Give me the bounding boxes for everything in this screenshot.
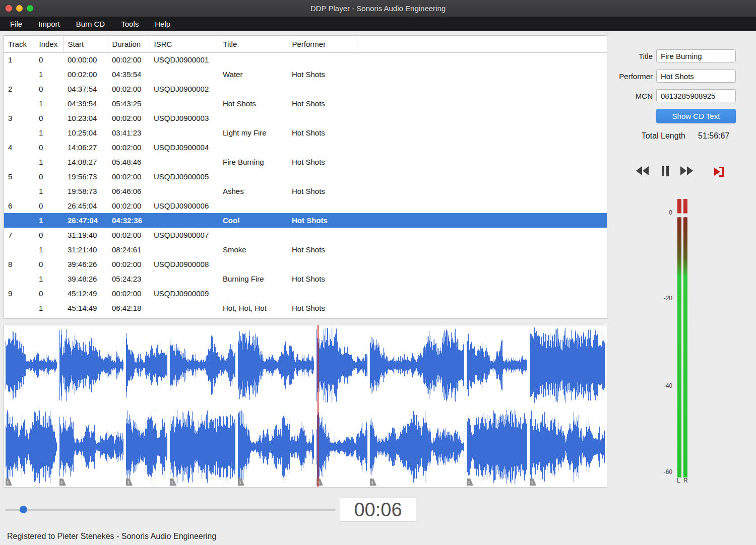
menu-item-file[interactable]: File: [2, 17, 30, 31]
rewind-button[interactable]: [635, 165, 650, 178]
menu-item-import[interactable]: Import: [30, 17, 68, 31]
table-row[interactable]: 119:58:7306:46:06AshesHot Shots: [4, 184, 607, 198]
time-display: 00:06: [340, 498, 416, 522]
table-row[interactable]: 2004:37:5400:02:00USQDJ0900002: [4, 82, 607, 96]
zoom-button[interactable]: [27, 5, 33, 12]
pause-button[interactable]: [658, 165, 673, 178]
cell-isrc: [150, 301, 219, 315]
column-header-title[interactable]: Title: [219, 36, 288, 52]
close-button[interactable]: [6, 5, 12, 12]
cell-isrc: [150, 242, 219, 257]
cell-track: [4, 96, 35, 111]
cell-start: 10:23:04: [64, 111, 108, 125]
table-row[interactable]: 126:47:0404:32:36CoolHot Shots: [4, 213, 607, 228]
fast-forward-icon: [679, 165, 695, 177]
table-row[interactable]: 131:21:4008:24:61SmokeHot Shots: [4, 242, 607, 257]
table-row[interactable]: 3010:23:0400:02:00USQDJ0900003: [4, 111, 607, 125]
menu-item-burn-cd[interactable]: Burn CD: [68, 17, 113, 31]
cell-track: [4, 184, 35, 198]
column-header-performer[interactable]: Performer: [288, 36, 357, 52]
cell-track: 7: [4, 228, 35, 242]
cell-index: 1: [35, 67, 64, 82]
cell-performer: Hot Shots: [288, 213, 357, 228]
cell-start: 39:48:26: [64, 271, 108, 286]
cell-index: 1: [35, 301, 64, 315]
table-row[interactable]: 9045:12:4900:02:00USQDJ0900009: [4, 286, 607, 301]
waveform-display[interactable]: 111111111: [4, 325, 607, 488]
mcn-input[interactable]: [656, 89, 736, 102]
level-meter-right: [683, 199, 687, 478]
column-header-duration[interactable]: Duration: [108, 36, 150, 52]
minimize-button[interactable]: [16, 5, 23, 12]
cell-isrc: USQDJ0900005: [150, 169, 219, 184]
seek-slider-thumb[interactable]: [20, 506, 27, 513]
table-row[interactable]: 100:02:0004:35:54WaterHot Shots: [4, 67, 607, 82]
table-row[interactable]: 7031:19:4000:02:00USQDJ0900007: [4, 228, 607, 242]
total-length-label: Total Length: [610, 131, 685, 141]
column-header-track[interactable]: Track: [4, 36, 35, 52]
title-input[interactable]: [656, 49, 736, 62]
seek-slider[interactable]: [5, 505, 336, 514]
meter-tick-40: -40: [652, 382, 672, 389]
table-row[interactable]: 8039:46:2600:02:00USQDJ0900008: [4, 257, 607, 271]
cell-index: 0: [35, 140, 64, 155]
table-row[interactable]: 145:14:4906:42:18Hot, Hot, HotHot Shots: [4, 301, 607, 315]
table-row[interactable]: 5019:56:7300:02:00USQDJ0900005: [4, 169, 607, 184]
cell-title: [219, 111, 288, 125]
table-row[interactable]: 139:48:2605:24:23Burning FireHot Shots: [4, 271, 607, 286]
cell-index: 1: [35, 184, 64, 198]
cell-index: 1: [35, 155, 64, 169]
cell-filler: [357, 184, 607, 198]
menu-item-help[interactable]: Help: [147, 17, 178, 31]
column-header-index[interactable]: Index: [35, 36, 64, 52]
cell-filler: [357, 155, 607, 169]
cell-performer: [288, 111, 357, 125]
cell-performer: [288, 52, 357, 67]
cell-filler: [357, 82, 607, 96]
cell-title: Fire Burning: [219, 155, 288, 169]
cell-filler: [357, 301, 607, 315]
playhead-cursor[interactable]: [318, 325, 319, 487]
cell-title: Cool: [219, 213, 288, 228]
cell-performer: Hot Shots: [288, 184, 357, 198]
total-length-value: 51:56:67: [698, 131, 729, 141]
table-row[interactable]: 114:08:2705:48:46Fire BurningHot Shots: [4, 155, 607, 169]
play-to-end-button[interactable]: [713, 165, 728, 178]
cell-title: Smoke: [219, 242, 288, 257]
column-header-isrc[interactable]: ISRC: [150, 36, 219, 52]
show-cd-text-button[interactable]: Show CD Text: [656, 109, 736, 123]
performer-input[interactable]: [656, 70, 736, 83]
table-row[interactable]: 6026:45:0400:02:00USQDJ0900006: [4, 198, 607, 213]
table-row[interactable]: 104:39:5405:43:25Hot ShotsHot Shots: [4, 96, 607, 111]
cell-performer: Hot Shots: [288, 125, 357, 140]
seek-slider-track[interactable]: [5, 509, 336, 511]
cell-title: [219, 169, 288, 184]
menu-item-tools[interactable]: Tools: [113, 17, 147, 31]
cell-index: 1: [35, 271, 64, 286]
table-row[interactable]: 110:25:0403:41:23Light my FireHot Shots: [4, 125, 607, 140]
cell-track: 2: [4, 82, 35, 96]
cell-track: [4, 242, 35, 257]
table-row[interactable]: 1000:00:0000:02:00USQDJ0900001: [4, 52, 607, 67]
cell-track: [4, 213, 35, 228]
cell-isrc: USQDJ0900007: [150, 228, 219, 242]
cell-duration: 00:02:00: [108, 111, 150, 125]
meter-tick-60: -60: [652, 468, 672, 475]
waveform-canvas[interactable]: [4, 325, 607, 487]
cell-title: [219, 228, 288, 242]
column-header-start[interactable]: Start: [64, 36, 108, 52]
titlebar: DDP Player - Sonoris Audio Engineering: [0, 0, 756, 17]
cell-duration: 06:46:06: [108, 184, 150, 198]
fast-forward-button[interactable]: [679, 165, 695, 178]
table-row[interactable]: 4014:06:2700:02:00USQDJ0900004: [4, 140, 607, 155]
cell-duration: 05:43:25: [108, 96, 150, 111]
cell-index: 1: [35, 242, 64, 257]
cell-duration: 04:35:54: [108, 67, 150, 82]
meter-tick-0: 0: [652, 209, 672, 216]
cell-filler: [357, 286, 607, 301]
cell-title: Ashes: [219, 184, 288, 198]
cell-start: 04:39:54: [64, 96, 108, 111]
cell-isrc: USQDJ0900002: [150, 82, 219, 96]
status-bar: Registered to Pieter Stenekes - Sonoris …: [0, 528, 756, 545]
cell-track: [4, 271, 35, 286]
